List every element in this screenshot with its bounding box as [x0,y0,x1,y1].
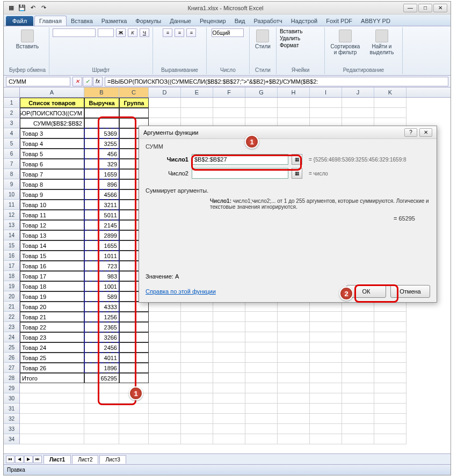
cell[interactable] [278,108,310,118]
cell[interactable] [342,363,374,373]
cell[interactable] [342,373,374,383]
cell[interactable]: СУММ($B$2:$B$2 [20,118,84,128]
product-name[interactable]: Товар 17 [20,271,84,281]
product-value[interactable]: 2899 [84,230,119,240]
product-name[interactable]: Товар 11 [20,210,84,220]
cancel-button[interactable]: Отмена [390,285,430,298]
product-value[interactable]: 5369 [84,128,119,138]
cell[interactable] [374,342,406,353]
cell[interactable] [149,383,181,393]
cell[interactable] [84,414,119,424]
product-value[interactable]: 4011 [84,353,119,363]
cell[interactable] [20,404,84,414]
col-J[interactable]: J [342,87,374,97]
insert-cells[interactable]: Вставить [280,28,302,34]
dialog-close-button[interactable]: ✕ [419,128,432,137]
cell[interactable] [342,383,374,393]
arg2-input[interactable] [192,168,288,179]
product-name[interactable]: Товар 13 [20,230,84,240]
product-value[interactable]: 329 [84,159,119,169]
cell[interactable] [213,98,245,108]
cell[interactable] [342,393,374,404]
italic-button[interactable]: К [128,28,137,37]
row-head[interactable]: 7 [4,159,20,169]
cell[interactable] [181,414,213,424]
arg1-input[interactable] [192,154,288,165]
row-head[interactable]: 6 [4,149,20,159]
sheet-tab-2[interactable]: Лист2 [72,455,98,464]
cell[interactable] [374,383,406,393]
cell[interactable] [310,383,342,393]
cell[interactable] [84,404,119,414]
group-cell[interactable] [119,363,149,373]
row-head[interactable]: 27 [4,363,20,373]
product-value[interactable]: 589 [84,291,119,302]
group-cell[interactable] [119,312,149,322]
col-H[interactable]: H [278,87,310,97]
nav-prev[interactable]: ◀ [15,456,24,463]
cell[interactable] [20,414,84,424]
cell[interactable] [181,363,213,373]
cell[interactable] [213,322,245,332]
cell[interactable] [213,332,245,342]
cell[interactable] [181,322,213,332]
row-head[interactable]: 17 [4,261,20,271]
cell[interactable] [181,383,213,393]
cell[interactable] [213,363,245,373]
cell[interactable] [181,353,213,363]
col-E[interactable]: E [181,87,213,97]
cell[interactable] [342,302,374,312]
cell[interactable] [310,332,342,342]
row-head[interactable]: 22 [4,312,20,322]
cell[interactable] [213,302,245,312]
product-value[interactable]: 983 [84,271,119,281]
row-head[interactable]: 20 [4,291,20,302]
align-left[interactable]: ≡ [163,28,172,37]
maximize-button[interactable]: □ [418,4,432,12]
cell[interactable] [310,108,342,118]
group-cell[interactable] [119,353,149,363]
cell[interactable] [181,373,213,383]
cell[interactable] [119,108,149,118]
product-name[interactable]: Товар 22 [20,322,84,332]
font-size[interactable] [98,28,114,37]
cell[interactable] [310,363,342,373]
cell[interactable] [278,322,310,332]
cell[interactable] [119,373,149,383]
row-head[interactable]: 16 [4,251,20,261]
cell[interactable] [149,434,181,444]
product-value[interactable]: 1896 [84,363,119,373]
row-head[interactable]: 8 [4,169,20,179]
accept-formula[interactable]: ✓ [83,77,92,86]
cell[interactable] [213,108,245,118]
header-a[interactable]: Список товаров [20,98,84,108]
cell[interactable] [278,342,310,353]
cell[interactable] [278,393,310,404]
sheet-tab-3[interactable]: Лист3 [99,455,126,464]
row-head[interactable]: 5 [4,138,20,149]
cell[interactable] [245,434,278,444]
cell[interactable] [149,332,181,342]
cell[interactable] [181,434,213,444]
group-cell[interactable] [119,302,149,312]
fx-button[interactable]: fx [93,77,103,86]
group-cell[interactable] [119,322,149,332]
cell[interactable] [181,404,213,414]
name-box[interactable]: СУММ [6,77,70,86]
cell[interactable] [374,404,406,414]
minimize-button[interactable]: — [403,4,417,12]
cell[interactable] [310,312,342,322]
cell[interactable] [342,404,374,414]
cell[interactable] [213,414,245,424]
cell[interactable] [342,108,374,118]
cell[interactable] [245,108,278,118]
group-cell[interactable] [119,342,149,353]
tab-developer[interactable]: Разработч [250,16,287,26]
cell[interactable] [310,424,342,434]
product-name[interactable]: Товар 21 [20,312,84,322]
cell[interactable] [278,434,310,444]
row-head[interactable]: 26 [4,353,20,363]
cell[interactable] [310,98,342,108]
product-name[interactable]: Товар 25 [20,353,84,363]
cell[interactable] [245,393,278,404]
